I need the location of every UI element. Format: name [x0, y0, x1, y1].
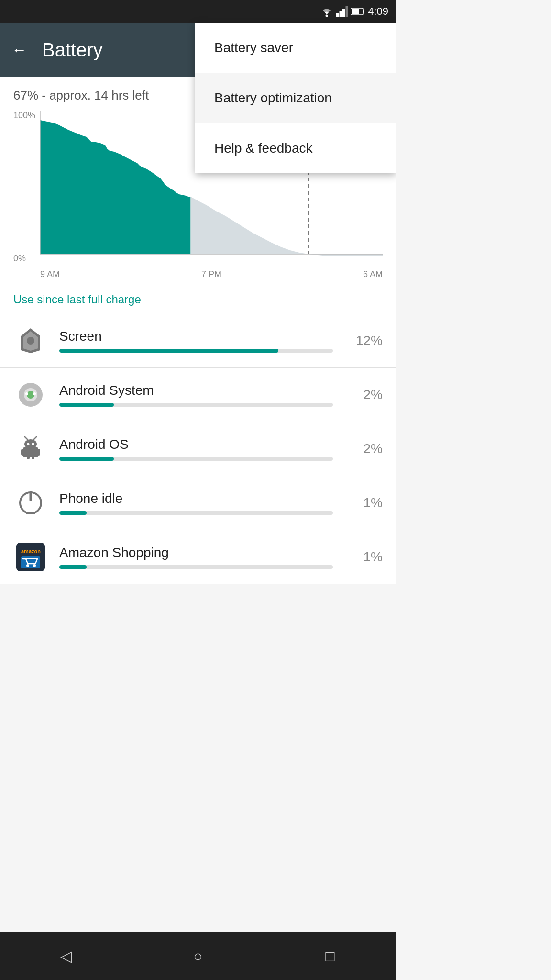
android-os-label: Android OS [59, 437, 333, 452]
usage-item-android-os[interactable]: Android OS 2% [0, 422, 396, 476]
amazon-bar [59, 565, 333, 569]
android-os-percent: 2% [344, 441, 383, 457]
usage-item-amazon[interactable]: amazon Amazon Shopping 1% [0, 530, 396, 584]
amazon-label: Amazon Shopping [59, 545, 333, 560]
screen-bar [59, 349, 333, 353]
battery-icon [351, 7, 365, 16]
svg-marker-9 [190, 197, 383, 256]
android-system-info: Android System [59, 383, 333, 407]
chart-x-label-7pm: 7 PM [201, 269, 221, 279]
screen-percent: 12% [344, 333, 383, 348]
screen-info: Screen [59, 329, 333, 353]
svg-text:amazon: amazon [21, 548, 41, 554]
svg-rect-3 [342, 9, 345, 17]
svg-point-18 [27, 391, 34, 399]
svg-rect-6 [363, 10, 364, 13]
svg-line-29 [25, 437, 28, 440]
svg-point-26 [24, 439, 37, 449]
chart-x-label-9am: 9 AM [40, 269, 60, 279]
android-os-bar-fill [59, 457, 114, 461]
amazon-icon: amazon [13, 540, 48, 574]
svg-rect-2 [340, 11, 342, 17]
svg-point-35 [33, 512, 35, 514]
phone-idle-percent: 1% [344, 495, 383, 511]
back-button[interactable]: ← [11, 41, 27, 59]
screen-label: Screen [59, 329, 333, 344]
amazon-percent: 1% [344, 549, 383, 565]
usage-item-phone-idle[interactable]: Phone idle 1% [0, 476, 396, 530]
svg-rect-25 [32, 455, 34, 459]
chart-y-label-100: 100% [13, 111, 36, 121]
svg-point-0 [326, 15, 328, 17]
signal-icon [336, 6, 348, 17]
phone-idle-bar [59, 511, 333, 515]
svg-point-34 [30, 512, 32, 514]
screen-bar-fill [59, 349, 278, 353]
svg-rect-24 [27, 455, 30, 459]
svg-rect-4 [346, 6, 348, 17]
android-system-icon [13, 378, 48, 412]
android-system-label: Android System [59, 383, 333, 398]
menu-item-help-feedback[interactable]: Help & feedback [195, 123, 396, 173]
android-os-icon [13, 432, 48, 466]
menu-item-battery-saver[interactable]: Battery saver [195, 23, 396, 73]
svg-rect-22 [21, 449, 24, 456]
android-os-info: Android OS [59, 437, 333, 461]
section-header: Use since last full charge [0, 279, 396, 314]
android-system-bar-fill [59, 403, 114, 407]
phone-idle-bar-fill [59, 511, 87, 515]
phone-idle-label: Phone idle [59, 491, 333, 506]
android-system-percent: 2% [344, 387, 383, 402]
chart-x-label-6am: 6 AM [363, 269, 383, 279]
svg-point-20 [33, 392, 36, 395]
usage-item-android-system[interactable]: Android System 2% [0, 368, 396, 422]
amazon-info: Amazon Shopping [59, 545, 333, 569]
svg-point-27 [27, 443, 30, 445]
svg-point-40 [33, 564, 36, 567]
svg-rect-1 [336, 13, 339, 17]
page-wrapper: 4:09 ← Battery Battery saver Battery opt… [0, 0, 396, 584]
chart-y-label-0: 0% [13, 254, 36, 264]
screen-icon [13, 323, 48, 358]
phone-idle-icon [13, 486, 48, 520]
status-bar: 4:09 [0, 0, 396, 23]
svg-point-39 [26, 564, 29, 567]
svg-point-33 [26, 512, 28, 514]
usage-item-screen[interactable]: Screen 12% [0, 314, 396, 368]
svg-rect-23 [37, 449, 40, 456]
svg-rect-7 [352, 9, 359, 14]
android-system-bar [59, 403, 333, 407]
usage-list: Screen 12% [0, 314, 396, 584]
svg-point-19 [25, 392, 28, 395]
dropdown-menu: Battery saver Battery optimization Help … [195, 23, 396, 173]
amazon-bar-fill [59, 565, 87, 569]
menu-item-battery-optimization[interactable]: Battery optimization [195, 73, 396, 123]
wifi-icon [320, 6, 333, 17]
svg-rect-38 [21, 556, 40, 568]
android-os-bar [59, 457, 333, 461]
status-icons: 4:09 [320, 5, 388, 18]
svg-point-15 [27, 337, 34, 345]
svg-line-30 [33, 437, 36, 440]
svg-point-28 [32, 443, 34, 445]
status-time: 4:09 [368, 5, 388, 18]
svg-marker-8 [40, 120, 190, 254]
phone-idle-info: Phone idle [59, 491, 333, 515]
